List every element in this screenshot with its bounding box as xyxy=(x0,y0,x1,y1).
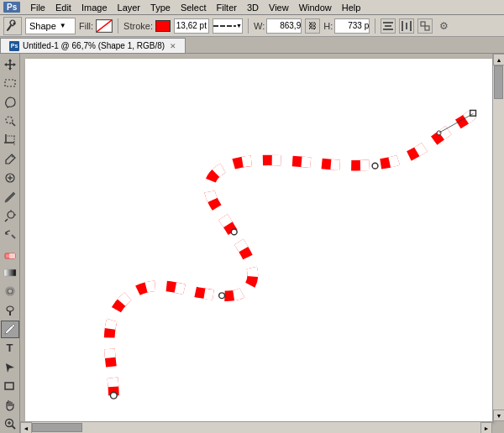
fill-color[interactable] xyxy=(96,19,113,33)
svg-point-45 xyxy=(372,163,378,169)
svg-line-38 xyxy=(12,426,15,430)
stroke-size-input[interactable] xyxy=(174,18,209,34)
gradient-tool[interactable] xyxy=(1,263,19,282)
svg-point-0 xyxy=(13,22,16,24)
menu-bar: Ps File Edit Image Layer Type Select Fil… xyxy=(0,0,504,15)
svg-rect-31 xyxy=(4,269,16,276)
h-label: H: xyxy=(323,21,333,31)
lasso-tool[interactable] xyxy=(1,93,19,112)
tab-ps-icon: Ps xyxy=(9,41,19,51)
arrange-button[interactable] xyxy=(417,18,433,34)
fill-label: Fill: xyxy=(79,21,93,31)
svg-point-47 xyxy=(437,131,441,135)
height-control: H: xyxy=(323,18,370,34)
tool-icon[interactable] xyxy=(3,17,22,35)
tab-label: Untitled-1 @ 66,7% (Shape 1, RGB/8) xyxy=(23,41,165,50)
type-icon: T xyxy=(7,342,13,354)
tab-close-button[interactable]: ✕ xyxy=(170,42,176,50)
svg-line-17 xyxy=(12,123,15,126)
menu-window[interactable]: Window xyxy=(294,2,337,13)
eyedropper-tool[interactable] xyxy=(1,150,19,169)
scroll-down-button[interactable]: ▼ xyxy=(493,410,504,421)
link-icon: ⛓ xyxy=(308,21,317,30)
svg-point-33 xyxy=(8,289,13,294)
blur-tool[interactable] xyxy=(1,283,19,301)
document-tab[interactable]: Ps Untitled-1 @ 66,7% (Shape 1, RGB/8) ✕ xyxy=(0,38,186,53)
svg-rect-8 xyxy=(385,25,391,27)
crop-tool[interactable] xyxy=(1,131,19,149)
svg-rect-36 xyxy=(5,383,13,389)
vertical-scrollbar[interactable]: ▲ ▼ xyxy=(492,54,504,421)
main-layout: T xyxy=(0,54,504,433)
canvas-area: ▲ ▼ ◄ ► xyxy=(20,54,504,433)
svg-rect-30 xyxy=(9,253,15,258)
toolbar: T xyxy=(0,54,20,433)
link-proportions-button[interactable]: ⛓ xyxy=(305,18,320,34)
width-input[interactable] xyxy=(266,18,302,34)
svg-rect-41 xyxy=(25,59,492,421)
fill-control: Fill: xyxy=(79,19,113,33)
height-input[interactable] xyxy=(334,18,370,34)
mode-dropdown[interactable]: Shape ▼ xyxy=(25,18,76,34)
zoom-tool[interactable] xyxy=(1,415,19,433)
scroll-up-button[interactable]: ▲ xyxy=(493,54,504,65)
scroll-left-button[interactable]: ◄ xyxy=(20,422,32,433)
svg-point-42 xyxy=(110,392,117,399)
hand-tool[interactable] xyxy=(1,396,19,415)
options-bar: Shape ▼ Fill: Stroke: ▼ W: ⛓ xyxy=(0,15,504,37)
svg-rect-10 xyxy=(402,21,403,31)
svg-rect-13 xyxy=(421,22,425,26)
svg-rect-12 xyxy=(410,21,412,31)
shape-tool[interactable] xyxy=(1,377,19,395)
menu-file[interactable]: File xyxy=(25,2,50,13)
svg-rect-14 xyxy=(425,26,429,30)
horizontal-scroll-thumb[interactable] xyxy=(32,423,82,432)
type-tool[interactable]: T xyxy=(1,339,19,357)
svg-rect-11 xyxy=(406,23,407,29)
menu-select[interactable]: Select xyxy=(176,2,212,13)
svg-point-34 xyxy=(7,306,13,311)
svg-point-43 xyxy=(219,293,225,299)
settings-icon[interactable]: ⚙ xyxy=(436,18,451,34)
eraser-tool[interactable] xyxy=(1,244,19,263)
menu-edit[interactable]: Edit xyxy=(50,2,76,13)
menu-layer[interactable]: Layer xyxy=(113,2,146,13)
ps-logo: Ps xyxy=(3,2,20,13)
vertical-scroll-thumb[interactable] xyxy=(494,65,503,99)
mode-chevron: ▼ xyxy=(60,22,66,29)
menu-filter[interactable]: Filter xyxy=(211,2,241,13)
horizontal-scrollbar[interactable]: ◄ ► xyxy=(20,421,492,433)
heal-tool[interactable] xyxy=(1,169,19,187)
menu-help[interactable]: Help xyxy=(337,2,366,13)
tab-bar: Ps Untitled-1 @ 66,7% (Shape 1, RGB/8) ✕ xyxy=(0,37,504,54)
move-tool[interactable] xyxy=(1,55,19,74)
menu-type[interactable]: Type xyxy=(145,2,176,13)
clone-stamp-tool[interactable] xyxy=(1,206,19,225)
dodge-tool[interactable] xyxy=(1,301,19,320)
distribute-button[interactable] xyxy=(399,18,414,34)
path-selection-tool[interactable] xyxy=(1,358,19,377)
menu-image[interactable]: Image xyxy=(76,2,113,13)
svg-point-22 xyxy=(11,154,13,157)
pen-tool[interactable] xyxy=(1,321,19,339)
stroke-color[interactable] xyxy=(155,20,171,32)
brush-tool[interactable] xyxy=(1,188,19,206)
svg-point-44 xyxy=(231,229,237,235)
quick-select-tool[interactable] xyxy=(1,112,19,131)
menu-view[interactable]: View xyxy=(264,2,294,13)
separator-1 xyxy=(118,18,118,34)
align-button[interactable] xyxy=(381,18,396,34)
width-control: W: xyxy=(254,18,302,34)
svg-rect-7 xyxy=(383,22,393,23)
history-brush-tool[interactable] xyxy=(1,226,19,244)
canvas[interactable] xyxy=(25,59,492,421)
stroke-label: Stroke: xyxy=(123,21,153,31)
separator-2 xyxy=(248,18,249,34)
w-label: W: xyxy=(254,21,265,31)
stroke-control: Stroke: xyxy=(123,20,171,32)
svg-point-16 xyxy=(6,117,13,123)
marquee-tool[interactable] xyxy=(1,75,19,93)
scroll-right-button[interactable]: ► xyxy=(480,422,492,433)
menu-3d[interactable]: 3D xyxy=(242,2,264,13)
stroke-type-dropdown[interactable]: ▼ xyxy=(213,18,243,34)
